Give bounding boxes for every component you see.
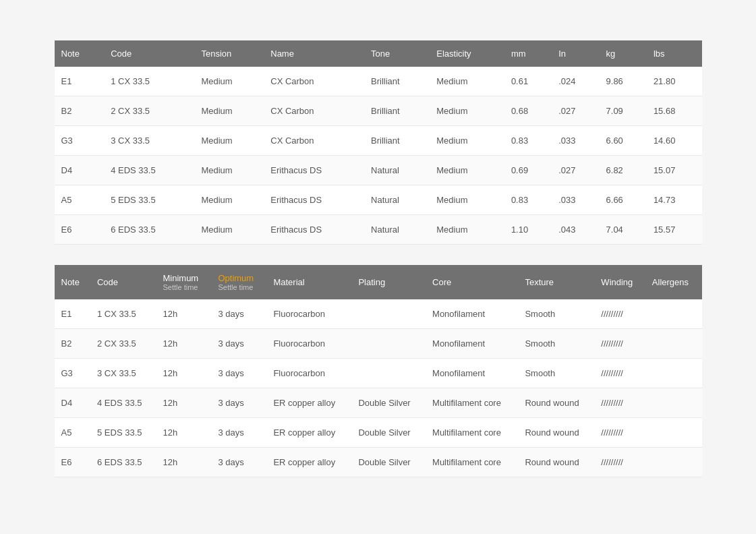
table-cell: 0.83 <box>504 126 552 156</box>
col2-texture: Texture <box>518 265 594 299</box>
table-cell: B2 <box>55 96 105 126</box>
table-cell: Brilliant <box>364 126 430 156</box>
table-cell: .024 <box>552 67 599 96</box>
table-cell: 12h <box>156 329 211 359</box>
table-cell: 14.73 <box>647 185 702 215</box>
table-cell: Brilliant <box>364 67 430 96</box>
col-elasticity: Elasticity <box>430 40 504 67</box>
col2-allergens: Allergens <box>645 265 702 299</box>
table1: Note Code Tension Name Tone Elasticity m… <box>55 40 702 245</box>
col2-winding: Winding <box>594 265 645 299</box>
table-row: G33 CX 33.512h3 daysFluorocarbonMonofila… <box>55 359 702 388</box>
col2-optimum: OptimumSettle time <box>211 265 266 299</box>
table-cell: 0.68 <box>504 96 552 126</box>
table-cell: 3 CX 33.5 <box>90 359 156 388</box>
table-cell: D4 <box>55 156 105 185</box>
col2-note: Note <box>55 265 90 299</box>
table2-body: E11 CX 33.512h3 daysFluorocarbonMonofila… <box>55 299 702 477</box>
table-cell: .033 <box>552 126 599 156</box>
table-cell: Medium <box>194 67 264 96</box>
table-row: E66 EDS 33.5MediumErithacus DSNaturalMed… <box>55 215 702 245</box>
table-cell: 3 days <box>211 329 266 359</box>
table-cell: Medium <box>430 156 504 185</box>
table-cell: Medium <box>194 96 264 126</box>
col-tension: Tension <box>194 40 264 67</box>
table1-wrapper: Note Code Tension Name Tone Elasticity m… <box>55 40 702 245</box>
table-cell: 7.09 <box>600 96 647 126</box>
table1-body: E11 CX 33.5MediumCX CarbonBrilliantMediu… <box>55 67 702 245</box>
table-cell: 15.68 <box>647 96 702 126</box>
table-cell: .027 <box>552 96 599 126</box>
table-cell: Medium <box>430 67 504 96</box>
table-cell: 12h <box>156 299 211 329</box>
table-cell: G3 <box>55 359 90 388</box>
table-cell: 3 days <box>211 388 266 418</box>
table-cell: ///////// <box>594 329 645 359</box>
table-cell: Multifilament core <box>426 388 518 418</box>
table-cell: Erithacus DS <box>264 185 364 215</box>
table-cell: Fluorocarbon <box>266 329 351 359</box>
col-kg: kg <box>600 40 647 67</box>
table-cell: ER copper alloy <box>266 388 351 418</box>
table-cell: 6.66 <box>600 185 647 215</box>
table-cell: Monofilament <box>426 299 518 329</box>
table-cell: 15.57 <box>647 215 702 245</box>
table-cell: Double Silver <box>351 388 426 418</box>
table-cell: 3 days <box>211 448 266 477</box>
col2-minimum: MinimumSettle time <box>156 265 211 299</box>
table-cell: Monofilament <box>426 329 518 359</box>
table-cell: Smooth <box>518 329 594 359</box>
table-cell: .043 <box>552 215 599 245</box>
col-in: In <box>552 40 599 67</box>
table-cell: Multifilament core <box>426 448 518 477</box>
table-row: A55 EDS 33.512h3 daysER copper alloyDoub… <box>55 418 702 448</box>
table-cell: 6.60 <box>600 126 647 156</box>
table-row: E11 CX 33.512h3 daysFluorocarbonMonofila… <box>55 299 702 329</box>
table-cell: Double Silver <box>351 418 426 448</box>
table-row: B22 CX 33.5MediumCX CarbonBrilliantMediu… <box>55 96 702 126</box>
table-cell: 6.82 <box>600 156 647 185</box>
table-cell: CX Carbon <box>264 126 364 156</box>
table-cell: ER copper alloy <box>266 448 351 477</box>
table-cell: Medium <box>430 185 504 215</box>
table-cell: Brilliant <box>364 96 430 126</box>
table-cell: 6 EDS 33.5 <box>90 448 156 477</box>
col2-core: Core <box>426 265 518 299</box>
table-row: D44 EDS 33.512h3 daysER copper alloyDoub… <box>55 388 702 418</box>
col2-material: Material <box>266 265 351 299</box>
table-cell: Round wound <box>518 448 594 477</box>
table-cell: ///////// <box>594 359 645 388</box>
table-cell: Fluorocarbon <box>266 299 351 329</box>
table-cell: Medium <box>430 215 504 245</box>
table-cell: Natural <box>364 215 430 245</box>
table-cell: 3 days <box>211 299 266 329</box>
table-cell: 12h <box>156 418 211 448</box>
table-cell: 7.04 <box>600 215 647 245</box>
table-row: A55 EDS 33.5MediumErithacus DSNaturalMed… <box>55 185 702 215</box>
col-note: Note <box>55 40 105 67</box>
table-cell: Monofilament <box>426 359 518 388</box>
table-cell: 1 CX 33.5 <box>104 67 194 96</box>
table-cell: 9.86 <box>600 67 647 96</box>
table-cell: 3 CX 33.5 <box>104 126 194 156</box>
table-cell: 1 CX 33.5 <box>90 299 156 329</box>
table-cell: 5 EDS 33.5 <box>104 185 194 215</box>
table-cell: E6 <box>55 448 90 477</box>
table-cell: 3 days <box>211 359 266 388</box>
table-cell: G3 <box>55 126 105 156</box>
table-cell: Erithacus DS <box>264 215 364 245</box>
table-cell <box>351 359 426 388</box>
table2-header: Note Code MinimumSettle time OptimumSett… <box>55 265 702 299</box>
table-cell <box>645 299 702 329</box>
table-cell: .027 <box>552 156 599 185</box>
table-cell <box>645 329 702 359</box>
table2-wrapper: Note Code MinimumSettle time OptimumSett… <box>55 265 702 477</box>
table-cell: Medium <box>430 96 504 126</box>
table-cell: E1 <box>55 67 105 96</box>
table-cell: A5 <box>55 418 90 448</box>
table-cell: Medium <box>194 185 264 215</box>
table-cell: 12h <box>156 359 211 388</box>
table-cell: E1 <box>55 299 90 329</box>
table-cell: ER copper alloy <box>266 418 351 448</box>
col-mm: mm <box>504 40 552 67</box>
